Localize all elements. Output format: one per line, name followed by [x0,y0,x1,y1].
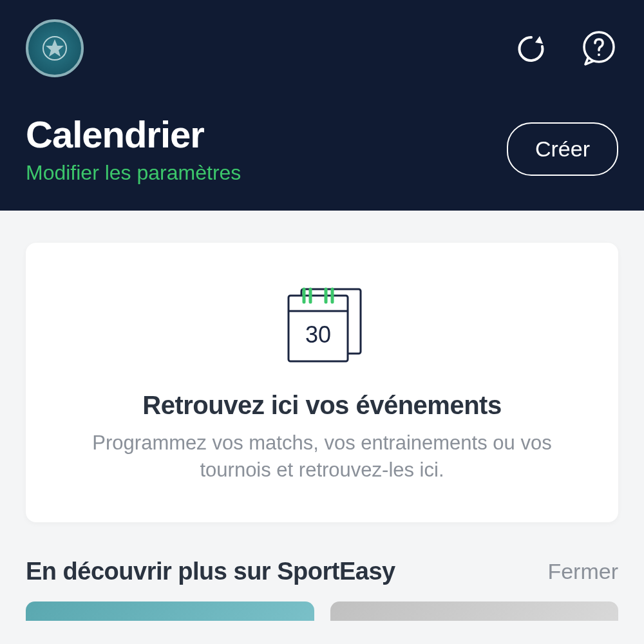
refresh-button[interactable] [512,29,551,68]
title-section: Calendrier Modifier les paramètres [26,113,241,185]
help-icon [580,30,618,67]
calendar-day-text: 30 [305,321,331,348]
promo-card-2[interactable] [330,601,619,621]
refresh-icon [515,32,547,64]
page-title: Calendrier [26,113,241,156]
settings-link[interactable]: Modifier les paramètres [26,161,241,185]
header-title-row: Calendrier Modifier les paramètres Créer [26,113,618,185]
promo-card-1[interactable] [26,601,314,621]
close-button[interactable]: Fermer [547,559,618,584]
header-top-row [26,19,618,77]
team-logo[interactable] [26,19,84,77]
header-icons [512,29,618,68]
promo-cards-row [26,601,618,621]
content-area: 30 Retrouvez ici vos événements Programm… [0,211,644,634]
help-button[interactable] [580,29,618,68]
discover-header: En découvrir plus sur SportEasy Fermer [26,558,618,585]
app-header: Calendrier Modifier les paramètres Créer [0,0,644,211]
empty-state-title: Retrouvez ici vos événements [142,391,501,420]
create-button[interactable]: Créer [507,122,618,176]
calendar-icon: 30 [277,275,367,365]
svg-point-2 [598,53,600,56]
discover-title: En découvrir plus sur SportEasy [26,558,395,585]
empty-state-card: 30 Retrouvez ici vos événements Programm… [26,243,618,522]
team-logo-star-icon [42,35,68,61]
empty-state-description: Programmez vos matchs, vos entrainements… [64,430,580,484]
